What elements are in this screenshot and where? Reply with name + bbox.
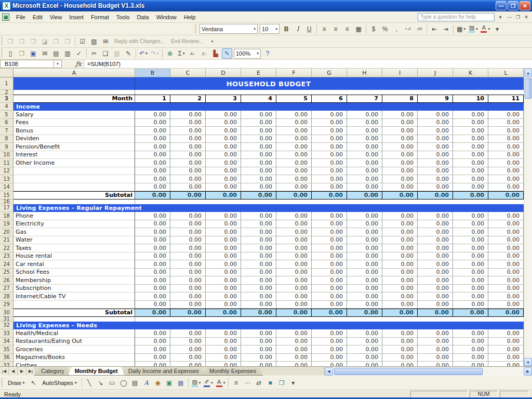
value-cell[interactable]: 0.00: [276, 220, 312, 229]
value-cell[interactable]: 0.00: [382, 338, 418, 346]
value-cell[interactable]: 0.00: [488, 309, 524, 317]
chart-wizard-button[interactable]: ▙: [210, 48, 221, 59]
value-cell[interactable]: 0.00: [276, 362, 312, 366]
value-cell[interactable]: 0.00: [347, 309, 382, 317]
value-cell[interactable]: 0.00: [206, 292, 241, 301]
font-color-button[interactable]: A▾: [215, 378, 227, 388]
label-cell[interactable]: [14, 183, 135, 192]
value-cell[interactable]: 0.00: [382, 329, 418, 338]
value-cell[interactable]: 0.00: [382, 260, 418, 269]
previous-comment-icon[interactable]: ❒: [17, 36, 27, 47]
value-cell[interactable]: 0.00: [488, 151, 524, 159]
value-cell[interactable]: 0.00: [453, 309, 488, 317]
value-cell[interactable]: 0.00: [206, 252, 241, 261]
value-cell[interactable]: 0.00: [382, 354, 418, 362]
value-cell[interactable]: 0.00: [170, 244, 206, 252]
value-cell[interactable]: 0.00: [312, 175, 347, 183]
value-cell[interactable]: 0.00: [312, 119, 347, 127]
font-size-select[interactable]: 10▾: [260, 24, 280, 34]
wordart-button[interactable]: A: [141, 378, 152, 388]
value-cell[interactable]: 0.00: [347, 292, 382, 301]
row-header-35[interactable]: 35: [0, 345, 14, 354]
value-cell[interactable]: 0.00: [206, 220, 241, 229]
value-cell[interactable]: 0.00: [276, 292, 312, 301]
value-cell[interactable]: 0.00: [312, 362, 347, 366]
section-header-cell[interactable]: Income: [14, 103, 524, 111]
value-cell[interactable]: 0.00: [206, 228, 241, 236]
toolbar-options-button[interactable]: ▾: [492, 24, 502, 34]
value-cell[interactable]: 0.00: [418, 260, 453, 269]
value-cell[interactable]: 0.00: [488, 220, 524, 229]
value-cell[interactable]: 0.00: [418, 135, 453, 143]
value-cell[interactable]: 0.00: [170, 338, 206, 346]
value-cell[interactable]: 0.00: [488, 292, 524, 301]
value-cell[interactable]: 0.00: [488, 285, 524, 293]
value-cell[interactable]: 0.00: [382, 183, 418, 192]
value-cell[interactable]: 0.00: [418, 159, 453, 167]
value-cell[interactable]: 0.00: [347, 135, 382, 143]
value-cell[interactable]: 0.00: [241, 228, 276, 236]
diagram-button[interactable]: ◉: [153, 378, 163, 388]
value-cell[interactable]: 0.00: [276, 269, 312, 277]
value-cell[interactable]: 0.00: [488, 175, 524, 183]
value-cell[interactable]: 0.00: [347, 143, 382, 151]
value-cell[interactable]: 2: [170, 95, 206, 103]
value-cell[interactable]: 0.00: [241, 175, 276, 183]
value-cell[interactable]: 0.00: [241, 276, 276, 285]
value-cell[interactable]: 0.00: [488, 252, 524, 261]
value-cell[interactable]: 0.00: [347, 220, 382, 229]
scroll-down-icon[interactable]: ▼: [524, 358, 532, 366]
value-cell[interactable]: 0.00: [488, 301, 524, 309]
align-left-button[interactable]: ≡: [319, 24, 329, 34]
value-cell[interactable]: 0.00: [382, 252, 418, 261]
value-cell[interactable]: 0.00: [488, 345, 524, 354]
vertical-scroll-thumb[interactable]: [525, 78, 531, 99]
row-header-22[interactable]: 22: [0, 244, 14, 252]
sheet-tab-daily-income-and-expenses[interactable]: Daily Income and Expenses: [122, 367, 206, 376]
value-cell[interactable]: 0.00: [241, 143, 276, 151]
value-cell[interactable]: 0.00: [206, 329, 241, 338]
label-cell[interactable]: Pension/Benefit: [14, 143, 135, 151]
value-cell[interactable]: 0.00: [453, 301, 488, 309]
value-cell[interactable]: 0.00: [241, 212, 276, 220]
picture-button[interactable]: ▦: [176, 378, 186, 388]
merge-center-button[interactable]: ▦: [353, 24, 364, 34]
empty-row-cells[interactable]: [14, 317, 524, 322]
help-dropdown-icon[interactable]: ▾: [497, 14, 504, 21]
sheet-tab-monthly-expenses[interactable]: Monthly Expenses: [203, 367, 263, 376]
value-cell[interactable]: 0.00: [206, 151, 241, 159]
section-header-cell[interactable]: Living Expenses – Needs: [14, 322, 524, 330]
value-cell[interactable]: 0.00: [241, 345, 276, 354]
label-cell[interactable]: Phone: [14, 212, 135, 220]
rectangle-button[interactable]: ▭: [107, 378, 117, 388]
value-cell[interactable]: 0.00: [135, 269, 170, 277]
column-header-A[interactable]: A: [14, 69, 135, 77]
value-cell[interactable]: 0.00: [206, 338, 241, 346]
value-cell[interactable]: 0.00: [276, 338, 312, 346]
value-cell[interactable]: 0.00: [453, 260, 488, 269]
menu-item-data[interactable]: Data: [133, 12, 152, 22]
empty-row-cells[interactable]: [14, 200, 524, 204]
label-cell[interactable]: [14, 175, 135, 183]
value-cell[interactable]: 0.00: [418, 252, 453, 261]
value-cell[interactable]: 0.00: [241, 244, 276, 252]
value-cell[interactable]: 0.00: [453, 191, 488, 200]
workbook-restore-button[interactable]: ❐: [514, 14, 522, 21]
value-cell[interactable]: 0.00: [453, 345, 488, 354]
cut-button[interactable]: ✂: [89, 48, 99, 59]
copy-button[interactable]: ❑: [100, 48, 111, 59]
help-button[interactable]: ?: [262, 48, 273, 59]
row-header-14[interactable]: 14: [0, 183, 14, 192]
row-header-25[interactable]: 25: [0, 269, 14, 277]
label-cell[interactable]: Taxes: [14, 244, 135, 252]
value-cell[interactable]: 0.00: [276, 228, 312, 236]
value-cell[interactable]: 0.00: [382, 167, 418, 176]
undo-button[interactable]: ↶▾: [138, 48, 149, 59]
show-all-comments-icon[interactable]: ❒: [51, 36, 61, 47]
currency-button[interactable]: $: [368, 24, 379, 34]
value-cell[interactable]: 0.00: [488, 228, 524, 236]
row-header-26[interactable]: 26: [0, 276, 14, 285]
value-cell[interactable]: 0.00: [488, 119, 524, 127]
threed-style-button[interactable]: ❒: [276, 378, 287, 388]
reply-with-changes-button[interactable]: Reply with Changes...: [111, 38, 168, 44]
